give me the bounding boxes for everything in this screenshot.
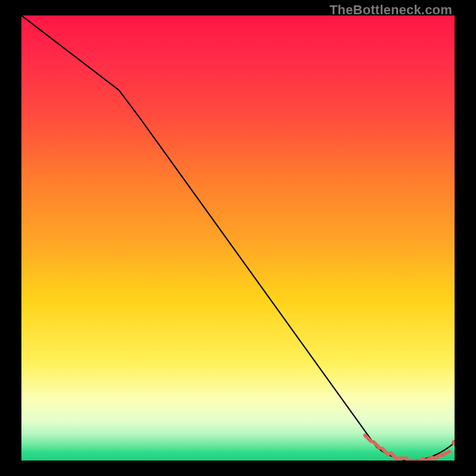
svg-line-1 [374,442,380,448]
svg-line-8 [434,455,441,459]
svg-line-0 [365,436,371,441]
chart-svg [21,15,455,461]
svg-line-3 [391,453,397,459]
chart-stage: TheBottleneck.com [0,0,476,476]
dashed-segment [365,436,449,461]
svg-line-7 [425,458,432,461]
svg-line-9 [442,452,449,455]
main-curve [21,15,455,461]
end-dot [452,440,455,446]
plot-area [21,15,455,461]
svg-line-2 [383,449,389,455]
svg-line-6 [416,459,424,461]
